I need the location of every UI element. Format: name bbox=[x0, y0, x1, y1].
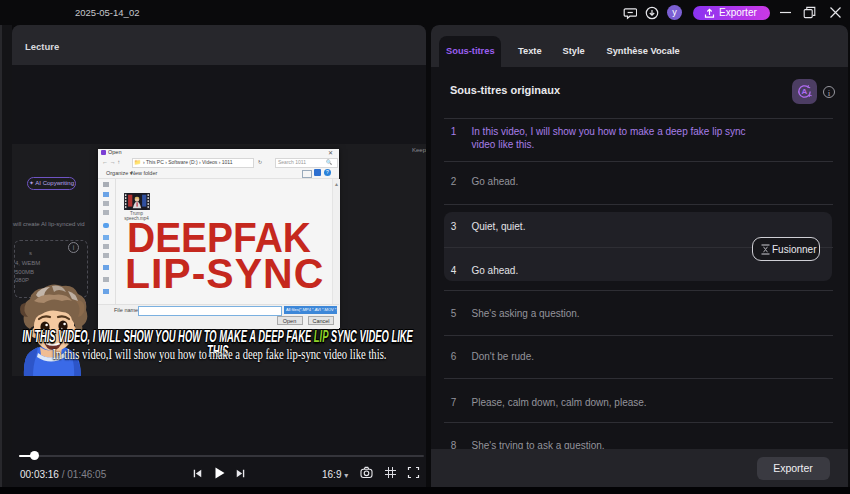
svg-text:A: A bbox=[802, 87, 808, 96]
